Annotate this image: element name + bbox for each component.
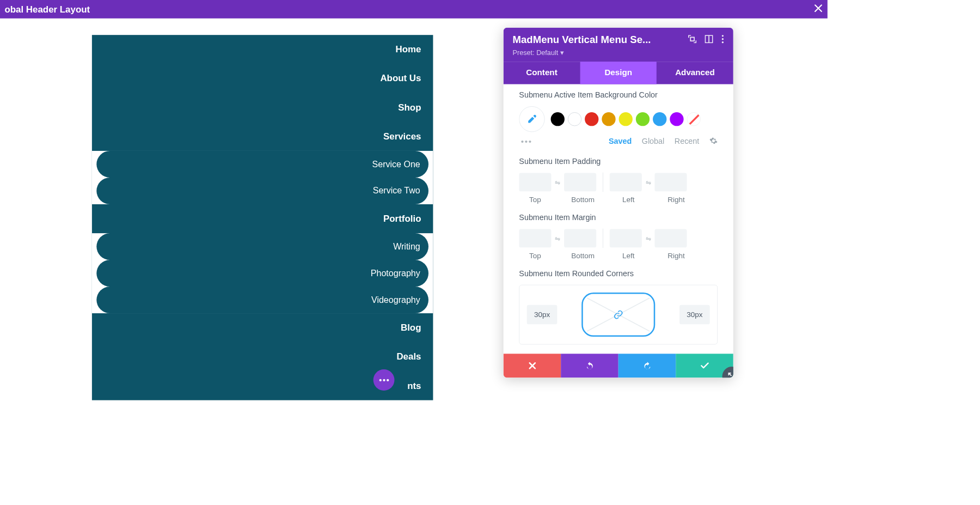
- svg-point-4: [722, 38, 724, 40]
- margin-inputs: ⇋ ⇋: [519, 229, 718, 248]
- preset-dropdown[interactable]: Preset: Default ▾: [513, 49, 724, 57]
- svg-rect-0: [690, 37, 694, 41]
- svg-point-5: [722, 41, 724, 43]
- eyedropper-icon[interactable]: [519, 106, 544, 132]
- link-icon[interactable]: ⇋: [646, 179, 651, 186]
- label-bottom: Bottom: [567, 196, 599, 204]
- label-left: Left: [612, 252, 645, 260]
- tab-design[interactable]: Design: [580, 62, 657, 84]
- top-bar: obal Header Layout: [0, 0, 828, 19]
- menu-item-shop[interactable]: Shop: [92, 93, 433, 122]
- color-swatch[interactable]: [568, 112, 581, 126]
- link-icon[interactable]: ⇋: [646, 235, 651, 242]
- undo-button[interactable]: [561, 354, 618, 378]
- corners-graphic: [566, 293, 671, 337]
- color-swatch[interactable]: [619, 112, 633, 126]
- panel-body: Submenu Active Item Background Color •••…: [504, 84, 733, 354]
- preset-global[interactable]: Global: [642, 137, 664, 147]
- tab-content[interactable]: Content: [504, 62, 580, 84]
- expand-icon[interactable]: [688, 35, 696, 45]
- panel-tabs: Content Design Advanced: [504, 62, 733, 84]
- cancel-button[interactable]: [504, 354, 561, 378]
- padding-inputs: ⇋ ⇋: [519, 173, 718, 192]
- kebab-icon[interactable]: [721, 34, 724, 45]
- menu-item-last[interactable]: nts: [92, 371, 433, 400]
- corner-tr-input[interactable]: 30px: [679, 305, 710, 324]
- menu-preview: Home About Us Shop Services Service One …: [92, 35, 433, 400]
- corner-tl-input[interactable]: 30px: [527, 305, 558, 324]
- color-swatch[interactable]: [551, 112, 565, 126]
- menu-item-blog[interactable]: Blog: [92, 313, 433, 342]
- grid-icon[interactable]: [705, 35, 713, 45]
- tab-advanced[interactable]: Advanced: [657, 62, 733, 84]
- label-right: Right: [660, 252, 693, 260]
- panel-footer: [504, 354, 733, 378]
- padding-bottom-input[interactable]: [564, 173, 596, 191]
- padding-labels: Top Bottom Left Right: [519, 196, 718, 204]
- margin-right-input[interactable]: [654, 229, 687, 248]
- menu-item-portfolio[interactable]: Portfolio: [92, 204, 433, 233]
- menu-item-about[interactable]: About Us: [92, 64, 433, 93]
- no-color-swatch[interactable]: [687, 112, 701, 126]
- preset-row: ••• Saved Global Recent: [519, 137, 718, 147]
- label-top: Top: [519, 252, 551, 260]
- submenu-item[interactable]: Service Two: [96, 178, 428, 204]
- divider: [603, 229, 603, 248]
- submenu-item[interactable]: Service One: [96, 151, 428, 178]
- redo-button[interactable]: [618, 354, 676, 378]
- submenu-item[interactable]: Writing: [96, 233, 428, 260]
- field-label: Submenu Item Margin: [519, 213, 718, 222]
- color-swatches: [519, 106, 718, 132]
- menu-item-label: nts: [407, 380, 421, 391]
- label-top: Top: [519, 196, 551, 204]
- margin-top-input[interactable]: [519, 229, 551, 248]
- link-icon[interactable]: ⇋: [555, 235, 560, 242]
- vertical-menu: Home About Us Shop Services Service One …: [92, 35, 433, 400]
- field-label: Submenu Item Rounded Corners: [519, 269, 718, 278]
- label-right: Right: [660, 196, 693, 204]
- submenu-portfolio: Writing Photography Videography: [92, 233, 433, 313]
- field-label: Submenu Active Item Background Color: [519, 90, 718, 100]
- padding-top-input[interactable]: [519, 173, 551, 191]
- gear-icon[interactable]: [709, 137, 718, 147]
- color-swatch[interactable]: [636, 112, 650, 126]
- more-icon[interactable]: •••: [519, 137, 532, 147]
- label-left: Left: [612, 196, 645, 204]
- submenu-item[interactable]: Photography: [96, 260, 428, 287]
- panel-title: MadMenu Vertical Menu Se...: [513, 34, 680, 46]
- rounded-corners-control: 30px 30px: [519, 285, 718, 345]
- margin-left-input[interactable]: [610, 229, 642, 248]
- color-swatch[interactable]: [670, 112, 683, 126]
- submenu-item[interactable]: Videography: [96, 287, 428, 313]
- menu-item-home[interactable]: Home: [92, 35, 433, 64]
- field-label: Submenu Item Padding: [519, 157, 718, 166]
- divider: [603, 173, 603, 192]
- panel-header: MadMenu Vertical Menu Se... Preset: Defa…: [504, 28, 733, 62]
- color-swatch[interactable]: [585, 112, 598, 126]
- margin-labels: Top Bottom Left Right: [519, 252, 718, 260]
- preset-saved[interactable]: Saved: [609, 137, 632, 147]
- menu-item-services[interactable]: Services: [92, 122, 433, 151]
- label-bottom: Bottom: [567, 252, 599, 260]
- preset-recent[interactable]: Recent: [675, 137, 699, 147]
- color-swatch[interactable]: [602, 112, 615, 126]
- module-actions-icon[interactable]: [373, 369, 395, 391]
- padding-right-input[interactable]: [654, 173, 687, 191]
- padding-left-input[interactable]: [610, 173, 642, 191]
- color-swatch[interactable]: [653, 112, 666, 126]
- margin-bottom-input[interactable]: [564, 229, 596, 248]
- link-icon[interactable]: ⇋: [555, 179, 560, 186]
- close-icon[interactable]: [814, 3, 823, 16]
- settings-panel: MadMenu Vertical Menu Se... Preset: Defa…: [504, 28, 733, 378]
- menu-item-deals[interactable]: Deals: [92, 342, 433, 371]
- submenu-services: Service One Service Two: [92, 151, 433, 204]
- page-title: obal Header Layout: [4, 4, 90, 14]
- svg-point-3: [722, 35, 724, 36]
